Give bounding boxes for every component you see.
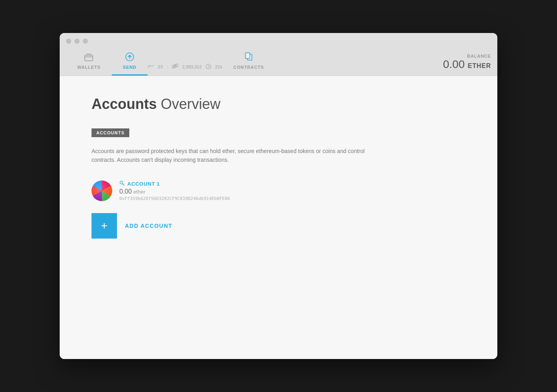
add-account-row: + ADD ACCOUNT (92, 213, 465, 239)
blocks-count: 2,393,312 (182, 64, 202, 69)
tab-wallets[interactable]: WALLETS (66, 50, 112, 76)
clock-icon (206, 64, 211, 70)
title-bar: WALLETS SEND (60, 33, 497, 76)
main-content: Accounts Overview ACCOUNTS Accounts are … (60, 76, 497, 359)
svg-rect-2 (172, 66, 175, 68)
page-title-bold: Accounts (92, 96, 157, 112)
blocks-icon (172, 64, 178, 70)
account-address: 0xFf359b628f56D3202CF9C810D246db914Eb0FE… (119, 196, 230, 201)
traffic-lights (66, 39, 491, 44)
tab-contracts[interactable]: CONTRACTS (222, 49, 275, 76)
peers-count: 23 (158, 64, 163, 69)
nav-left: WALLETS SEND (66, 49, 275, 76)
tab-contracts-label: CONTRACTS (234, 65, 264, 70)
section-description: Accounts are password protected keys tha… (92, 147, 370, 165)
account-balance-unit-text: ether (134, 189, 146, 195)
app-window: WALLETS SEND (60, 33, 497, 359)
send-icon (125, 52, 134, 62)
traffic-light-minimize[interactable] (74, 39, 80, 44)
page-title-light: Overview (157, 96, 220, 112)
section-header: ACCOUNTS (92, 128, 129, 137)
key-icon (119, 180, 125, 187)
nav-status: 23 | 2,393,312 (148, 64, 222, 76)
account-item[interactable]: ACCOUNT 1 0.00 ether 0xFf359b628f56D3202… (92, 180, 465, 201)
svg-rect-4 (175, 64, 178, 66)
account-balance-row: 0.00 ether (119, 188, 230, 195)
account-name-row: ACCOUNT 1 (119, 180, 230, 187)
traffic-light-maximize[interactable] (83, 39, 88, 44)
balance-unit: ETHER (468, 62, 491, 69)
wallet-icon (84, 53, 93, 62)
svg-rect-9 (245, 53, 250, 58)
tab-wallets-label: WALLETS (77, 65, 101, 70)
account-name: ACCOUNT 1 (127, 181, 160, 187)
svg-rect-0 (85, 55, 93, 61)
tab-send[interactable]: SEND (112, 49, 148, 76)
add-account-label[interactable]: ADD ACCOUNT (125, 223, 172, 229)
balance-value: 0.00 ETHER (443, 58, 491, 71)
plus-icon: + (101, 220, 107, 231)
add-account-button[interactable]: + (92, 213, 117, 239)
peers-icon (148, 64, 154, 70)
account-avatar (92, 180, 112, 201)
page-title: Accounts Overview (92, 96, 465, 113)
account-balance-amount: 0.00 (119, 188, 132, 195)
balance-amount: 0.00 (443, 58, 465, 70)
traffic-light-close[interactable] (66, 39, 71, 44)
nav-bar: WALLETS SEND (66, 49, 491, 76)
balance-label: BALANCE (467, 54, 491, 58)
balance-section: BALANCE 0.00 ETHER (443, 54, 491, 76)
sync-time: 21s (215, 64, 222, 69)
account-info: ACCOUNT 1 0.00 ether 0xFf359b628f56D3202… (119, 180, 230, 201)
status-sep-1: | (167, 64, 168, 69)
svg-rect-3 (174, 65, 176, 67)
contracts-icon (245, 52, 253, 62)
tab-send-label: SEND (123, 65, 136, 70)
